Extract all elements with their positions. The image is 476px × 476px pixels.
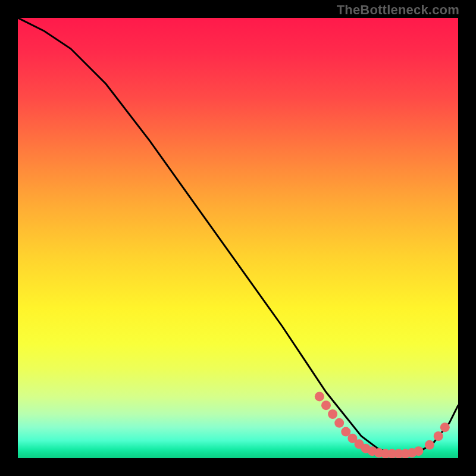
plot-area [18,18,458,458]
marker-dot [328,409,337,419]
marker-dot [425,440,434,450]
marker-dot [321,400,331,410]
marker-dot [315,392,324,401]
watermark-text: TheBottleneck.com [337,2,459,18]
chart-svg [18,18,458,458]
curve-markers [315,392,450,458]
chart-stage: TheBottleneck.com [0,0,476,476]
curve-line [18,18,458,454]
marker-dot [414,446,423,456]
marker-dot [434,431,443,441]
marker-dot [440,422,450,432]
marker-dot [334,418,344,428]
